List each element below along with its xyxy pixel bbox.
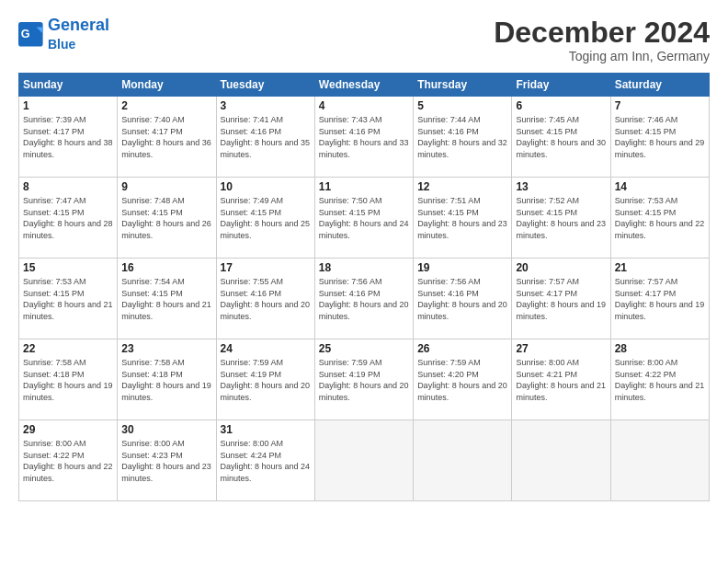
day-number: 4 — [319, 99, 409, 112]
calendar-cell: 27Sunrise: 8:00 AMSunset: 4:21 PMDayligh… — [512, 339, 610, 420]
day-info: Sunrise: 7:40 AMSunset: 4:17 PMDaylight:… — [121, 114, 211, 160]
day-number: 20 — [516, 261, 606, 274]
calendar-cell: 6Sunrise: 7:45 AMSunset: 4:15 PMDaylight… — [512, 97, 610, 178]
calendar-cell: 30Sunrise: 8:00 AMSunset: 4:23 PMDayligh… — [118, 420, 216, 501]
day-info: Sunrise: 7:57 AMSunset: 4:17 PMDaylight:… — [516, 276, 606, 322]
day-number: 8 — [23, 180, 113, 193]
day-info: Sunrise: 7:59 AMSunset: 4:19 PMDaylight:… — [319, 357, 409, 403]
svg-text:G: G — [21, 28, 30, 40]
day-info: Sunrise: 7:45 AMSunset: 4:15 PMDaylight:… — [516, 114, 606, 160]
day-number: 25 — [319, 342, 409, 355]
day-number: 12 — [417, 180, 507, 193]
calendar-cell: 18Sunrise: 7:56 AMSunset: 4:16 PMDayligh… — [314, 259, 413, 339]
day-number: 18 — [319, 261, 409, 274]
calendar-cell: 3Sunrise: 7:41 AMSunset: 4:16 PMDaylight… — [216, 97, 314, 178]
day-info: Sunrise: 7:50 AMSunset: 4:15 PMDaylight:… — [319, 195, 409, 241]
calendar-cell: 10Sunrise: 7:49 AMSunset: 4:15 PMDayligh… — [216, 178, 314, 259]
page-header: G General Blue December 2024 Toging am I… — [18, 17, 710, 63]
day-info: Sunrise: 7:49 AMSunset: 4:15 PMDaylight:… — [221, 195, 311, 241]
col-monday: Monday — [118, 74, 216, 97]
day-number: 11 — [319, 180, 409, 193]
day-info: Sunrise: 7:39 AMSunset: 4:17 PMDaylight:… — [23, 114, 113, 160]
day-info: Sunrise: 7:43 AMSunset: 4:16 PMDaylight:… — [319, 114, 409, 160]
day-info: Sunrise: 8:00 AMSunset: 4:23 PMDaylight:… — [121, 438, 211, 484]
header-row: Sunday Monday Tuesday Wednesday Thursday… — [19, 74, 710, 97]
calendar-week-row: 15Sunrise: 7:53 AMSunset: 4:15 PMDayligh… — [19, 259, 710, 339]
day-number: 22 — [23, 342, 113, 355]
calendar-cell: 8Sunrise: 7:47 AMSunset: 4:15 PMDaylight… — [19, 178, 118, 259]
day-number: 13 — [516, 180, 606, 193]
day-info: Sunrise: 7:46 AMSunset: 4:15 PMDaylight:… — [615, 114, 705, 160]
calendar-cell: 21Sunrise: 7:57 AMSunset: 4:17 PMDayligh… — [610, 259, 709, 339]
day-number: 5 — [417, 99, 507, 112]
day-info: Sunrise: 7:44 AMSunset: 4:16 PMDaylight:… — [417, 114, 507, 160]
title-block: December 2024 Toging am Inn, Germany — [494, 17, 710, 63]
logo-blue: Blue — [48, 37, 75, 52]
day-number: 3 — [221, 99, 311, 112]
col-friday: Friday — [512, 74, 610, 97]
calendar-week-row: 8Sunrise: 7:47 AMSunset: 4:15 PMDaylight… — [19, 178, 710, 259]
day-number: 31 — [221, 423, 311, 436]
day-number: 19 — [417, 261, 507, 274]
calendar-cell: 7Sunrise: 7:46 AMSunset: 4:15 PMDaylight… — [610, 97, 709, 178]
day-info: Sunrise: 7:58 AMSunset: 4:18 PMDaylight:… — [23, 357, 113, 403]
col-wednesday: Wednesday — [314, 74, 413, 97]
day-info: Sunrise: 7:55 AMSunset: 4:16 PMDaylight:… — [221, 276, 311, 322]
day-info: Sunrise: 7:56 AMSunset: 4:16 PMDaylight:… — [319, 276, 409, 322]
day-number: 10 — [221, 180, 311, 193]
calendar-cell: 26Sunrise: 7:59 AMSunset: 4:20 PMDayligh… — [414, 339, 512, 420]
col-tuesday: Tuesday — [216, 74, 314, 97]
calendar-cell — [610, 420, 709, 501]
day-number: 2 — [121, 99, 211, 112]
day-info: Sunrise: 7:48 AMSunset: 4:15 PMDaylight:… — [121, 195, 211, 241]
day-number: 24 — [221, 342, 311, 355]
day-number: 30 — [121, 423, 211, 436]
calendar-cell: 4Sunrise: 7:43 AMSunset: 4:16 PMDaylight… — [314, 97, 413, 178]
day-info: Sunrise: 7:58 AMSunset: 4:18 PMDaylight:… — [121, 357, 211, 403]
day-number: 16 — [121, 261, 211, 274]
calendar-cell — [512, 420, 610, 501]
calendar-cell: 14Sunrise: 7:53 AMSunset: 4:15 PMDayligh… — [610, 178, 709, 259]
day-number: 17 — [221, 261, 311, 274]
calendar-cell: 2Sunrise: 7:40 AMSunset: 4:17 PMDaylight… — [118, 97, 216, 178]
day-number: 27 — [516, 342, 606, 355]
calendar-week-row: 1Sunrise: 7:39 AMSunset: 4:17 PMDaylight… — [19, 97, 710, 178]
day-info: Sunrise: 7:59 AMSunset: 4:19 PMDaylight:… — [221, 357, 311, 403]
day-number: 6 — [516, 99, 606, 112]
calendar-cell: 5Sunrise: 7:44 AMSunset: 4:16 PMDaylight… — [414, 97, 512, 178]
calendar-cell: 1Sunrise: 7:39 AMSunset: 4:17 PMDaylight… — [19, 97, 118, 178]
day-info: Sunrise: 8:00 AMSunset: 4:24 PMDaylight:… — [221, 438, 311, 484]
calendar-cell: 20Sunrise: 7:57 AMSunset: 4:17 PMDayligh… — [512, 259, 610, 339]
calendar-cell: 23Sunrise: 7:58 AMSunset: 4:18 PMDayligh… — [118, 339, 216, 420]
col-thursday: Thursday — [414, 74, 512, 97]
day-info: Sunrise: 7:51 AMSunset: 4:15 PMDaylight:… — [417, 195, 507, 241]
day-info: Sunrise: 7:57 AMSunset: 4:17 PMDaylight:… — [615, 276, 705, 322]
calendar-cell: 13Sunrise: 7:52 AMSunset: 4:15 PMDayligh… — [512, 178, 610, 259]
calendar-cell — [414, 420, 512, 501]
calendar-cell: 15Sunrise: 7:53 AMSunset: 4:15 PMDayligh… — [19, 259, 118, 339]
calendar-cell: 28Sunrise: 8:00 AMSunset: 4:22 PMDayligh… — [610, 339, 709, 420]
col-sunday: Sunday — [19, 74, 118, 97]
calendar-cell — [314, 420, 413, 501]
day-info: Sunrise: 8:00 AMSunset: 4:21 PMDaylight:… — [516, 357, 606, 403]
location-label: Toging am Inn, Germany — [494, 49, 710, 63]
col-saturday: Saturday — [610, 74, 709, 97]
calendar-cell: 22Sunrise: 7:58 AMSunset: 4:18 PMDayligh… — [19, 339, 118, 420]
calendar-table: Sunday Monday Tuesday Wednesday Thursday… — [18, 73, 710, 501]
calendar-cell: 19Sunrise: 7:56 AMSunset: 4:16 PMDayligh… — [414, 259, 512, 339]
day-number: 7 — [615, 99, 705, 112]
day-info: Sunrise: 7:59 AMSunset: 4:20 PMDaylight:… — [417, 357, 507, 403]
calendar-cell: 11Sunrise: 7:50 AMSunset: 4:15 PMDayligh… — [314, 178, 413, 259]
day-info: Sunrise: 7:52 AMSunset: 4:15 PMDaylight:… — [516, 195, 606, 241]
calendar-week-row: 29Sunrise: 8:00 AMSunset: 4:22 PMDayligh… — [19, 420, 710, 501]
calendar-cell: 31Sunrise: 8:00 AMSunset: 4:24 PMDayligh… — [216, 420, 314, 501]
day-info: Sunrise: 7:41 AMSunset: 4:16 PMDaylight:… — [221, 114, 311, 160]
calendar-cell: 12Sunrise: 7:51 AMSunset: 4:15 PMDayligh… — [414, 178, 512, 259]
calendar-cell: 29Sunrise: 8:00 AMSunset: 4:22 PMDayligh… — [19, 420, 118, 501]
day-number: 23 — [121, 342, 211, 355]
day-number: 26 — [417, 342, 507, 355]
day-info: Sunrise: 8:00 AMSunset: 4:22 PMDaylight:… — [615, 357, 705, 403]
day-number: 28 — [615, 342, 705, 355]
calendar-week-row: 22Sunrise: 7:58 AMSunset: 4:18 PMDayligh… — [19, 339, 710, 420]
day-number: 1 — [23, 99, 113, 112]
